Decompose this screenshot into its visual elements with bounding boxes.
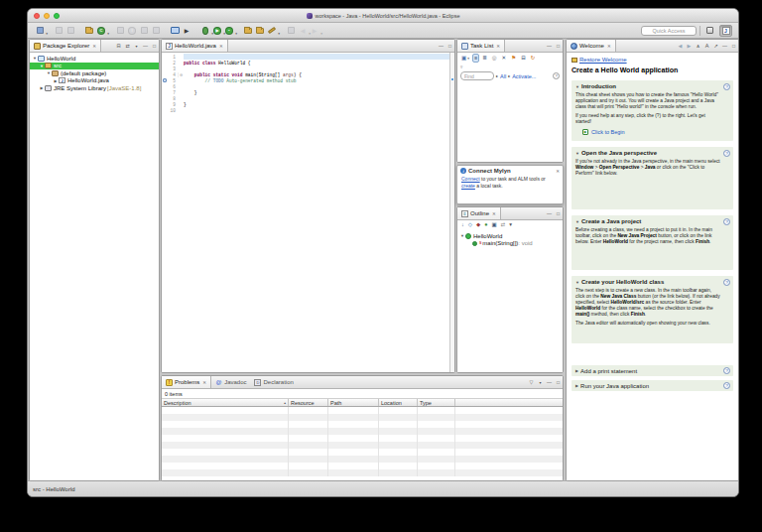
declaration-tab[interactable]: Declaration xyxy=(250,376,297,388)
forward-icon[interactable] xyxy=(685,40,694,52)
annotation-nav-icon[interactable]: ▶ xyxy=(182,26,191,36)
section-header[interactable]: ▼Create your HelloWorld class xyxy=(575,279,729,285)
collapse-all-icon[interactable] xyxy=(114,40,123,52)
maximize-view-icon[interactable] xyxy=(729,40,738,52)
close-editor-icon[interactable] xyxy=(219,44,223,49)
link-with-editor-icon[interactable]: ⇄ xyxy=(500,221,507,230)
column-header-description[interactable]: Description▴ xyxy=(162,399,289,406)
help-icon[interactable]: ? xyxy=(723,279,730,286)
open-task-icon[interactable] xyxy=(243,26,253,36)
outline-item-helloworld[interactable]: ▼HelloWorld xyxy=(457,232,563,240)
minimize-view-icon[interactable] xyxy=(545,207,554,219)
new-java-project-icon[interactable] xyxy=(84,26,94,36)
categorized-icon[interactable]: ≡ xyxy=(472,54,479,63)
restore-welcome-link[interactable]: Restore Welcome xyxy=(579,57,627,63)
toolbar-overflow-chevron-icon[interactable]: ▿ xyxy=(457,64,563,70)
minimize-view-icon[interactable] xyxy=(545,376,554,388)
title-bar[interactable]: workspace - Java - HelloWorld/src/HelloW… xyxy=(28,9,738,23)
help-icon[interactable]: ? xyxy=(723,218,730,225)
maximize-view-icon[interactable] xyxy=(445,40,454,52)
maximize-view-icon[interactable] xyxy=(554,40,563,52)
collapse-all-icon[interactable]: ⊟ xyxy=(519,54,528,63)
expand-icon[interactable]: ▶ xyxy=(575,368,578,373)
working-set-all-link[interactable]: All xyxy=(500,73,506,79)
minimize-view-icon[interactable] xyxy=(141,40,150,52)
hide-local-types-icon[interactable]: ▣ xyxy=(491,221,498,230)
close-notification-icon[interactable] xyxy=(556,169,560,174)
notification-text-link[interactable]: create xyxy=(461,183,475,189)
important-icon[interactable]: ⚑ xyxy=(509,54,518,63)
debug-icon[interactable]: ▾ xyxy=(200,26,210,36)
collapse-icon[interactable]: ▼ xyxy=(575,219,579,224)
code-editor[interactable]: 12public class HelloWorld {34⊖ public st… xyxy=(162,53,454,372)
search-icon[interactable]: ▾ xyxy=(267,26,277,36)
column-header-path[interactable]: Path xyxy=(328,399,379,406)
collapse-icon[interactable]: ▼ xyxy=(575,151,579,156)
javadoc-tab[interactable]: Javadoc xyxy=(211,376,250,388)
quick-access-input[interactable] xyxy=(641,26,697,36)
java-perspective-button[interactable] xyxy=(719,25,732,37)
reduce-font-icon[interactable] xyxy=(694,40,702,52)
task-list-tab[interactable]: Task List xyxy=(457,40,505,52)
minimize-window-button[interactable] xyxy=(44,13,50,19)
outline-item-main-string[interactable]: Smain(String[]) : void xyxy=(457,240,563,248)
close-tab-icon[interactable] xyxy=(202,380,206,385)
run-icon[interactable]: ▶▾ xyxy=(212,26,222,36)
task-overview-marker[interactable] xyxy=(451,78,453,80)
expand-icon[interactable]: ▶ xyxy=(575,383,578,388)
help-icon[interactable]: ? xyxy=(723,367,730,374)
open-perspective-button[interactable] xyxy=(703,25,716,37)
zoom-window-button[interactable] xyxy=(54,13,60,19)
outline-tab[interactable]: Outline xyxy=(457,207,501,219)
help-icon[interactable]: ? xyxy=(553,72,560,79)
enlarge-font-icon[interactable] xyxy=(702,40,711,52)
new-task-icon[interactable]: ▣▾ xyxy=(459,54,471,63)
external-tools-icon-dropdown[interactable]: ▾ xyxy=(235,32,237,36)
import-folder-icon[interactable] xyxy=(255,26,265,36)
close-window-button[interactable] xyxy=(34,13,40,19)
tree-item-src[interactable]: ▼src xyxy=(30,63,159,70)
code-line-10[interactable]: 10 xyxy=(162,107,449,113)
maximize-view-icon[interactable] xyxy=(554,376,563,388)
click-to-begin-action[interactable]: Click to Begin xyxy=(582,129,729,135)
fold-collapse-icon[interactable]: ⊖ xyxy=(180,72,183,77)
hide-non-public-icon[interactable]: ● xyxy=(483,221,488,230)
new-wizard-icon[interactable]: ▾ xyxy=(35,26,45,36)
notification-text-link[interactable]: Connect xyxy=(461,176,480,182)
activate-task-link[interactable]: Activate... xyxy=(512,73,536,79)
filter-icon[interactable] xyxy=(527,376,536,388)
close-tab-icon[interactable] xyxy=(607,44,611,49)
maximize-view-icon[interactable] xyxy=(554,207,563,219)
hide-completed-icon[interactable]: ✕ xyxy=(500,54,509,63)
section-header[interactable]: ▼Create a Java project xyxy=(575,218,729,224)
section-header[interactable]: ▼Introduction xyxy=(575,83,729,89)
view-menu-icon[interactable]: ▾ xyxy=(508,221,513,230)
close-tab-icon[interactable] xyxy=(496,44,500,49)
section-header[interactable]: ▼Open the Java perspective xyxy=(575,150,729,156)
minimize-view-icon[interactable] xyxy=(437,40,445,52)
help-icon[interactable]: ? xyxy=(723,382,730,389)
new-java-class-icon[interactable]: C▾ xyxy=(96,26,106,36)
close-tab-icon[interactable] xyxy=(92,44,96,49)
column-header-location[interactable]: Location xyxy=(379,399,418,406)
help-icon[interactable]: ? xyxy=(723,150,730,157)
link-with-editor-icon[interactable] xyxy=(123,40,132,52)
view-menu-icon[interactable] xyxy=(536,376,545,388)
minimize-view-icon[interactable] xyxy=(545,40,554,52)
tree-item-default-package[interactable]: ▼(default package) xyxy=(30,69,159,77)
open-external-icon[interactable] xyxy=(711,40,720,52)
hide-fields-icon[interactable]: ◇ xyxy=(467,221,473,230)
column-header-type[interactable]: Type xyxy=(418,399,455,406)
new-java-class-icon-dropdown[interactable]: ▾ xyxy=(107,32,109,36)
column-header-resource[interactable]: Resource xyxy=(289,399,328,406)
external-tools-icon[interactable]: ▪▾ xyxy=(224,26,234,36)
hide-static-icon[interactable]: ◆ xyxy=(475,221,481,230)
editor-tab[interactable]: HelloWorld.java xyxy=(162,40,228,52)
help-icon[interactable]: ? xyxy=(723,83,730,90)
console-icon[interactable] xyxy=(170,26,180,36)
focus-on-workweek-icon[interactable]: ◎ xyxy=(490,54,499,63)
sort-icon[interactable]: ↓ xyxy=(460,221,465,230)
tree-item-helloworld[interactable]: ▼HelloWorld xyxy=(30,55,159,63)
close-tab-icon[interactable] xyxy=(492,211,496,216)
collapse-icon[interactable]: ▼ xyxy=(575,280,579,285)
